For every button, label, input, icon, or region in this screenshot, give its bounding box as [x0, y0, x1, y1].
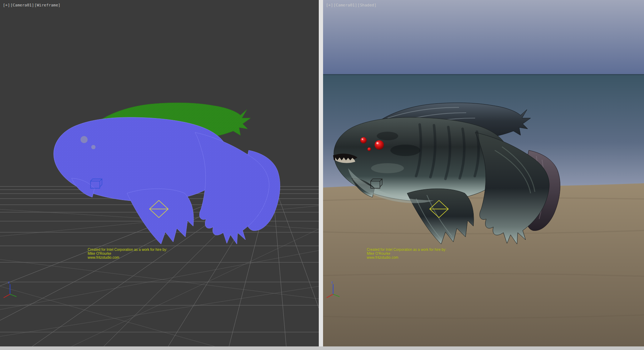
watermark-line1: Created for Intel Corporation as a work … — [367, 248, 446, 252]
viewport-menu-shading[interactable]: [Shaded] — [357, 3, 376, 8]
viewport-wireframe[interactable]: z [+][Camera01][Wireframe] Created for I… — [0, 0, 319, 346]
fish-eye-spot — [80, 136, 88, 143]
watermark-line1: Created for Intel Corporation as a work … — [88, 248, 167, 252]
viewport-menu-plus[interactable]: [+] — [3, 3, 10, 8]
shaded-canvas[interactable]: z — [323, 0, 644, 346]
application-window: z [+][Camera01][Wireframe] Created for I… — [0, 0, 644, 350]
axis-y-line — [10, 294, 16, 297]
watermark-line3: www.fritzstudio.com — [367, 256, 446, 259]
watermark-line2: Mike O'Rourke — [367, 252, 446, 256]
viewport-menu-camera[interactable]: [Camera01] — [333, 3, 357, 8]
watermark-text: Created for Intel Corporation as a work … — [88, 248, 167, 259]
watermark-text: Created for Intel Corporation as a work … — [367, 248, 446, 259]
viewport-label-left: [+][Camera01][Wireframe] — [3, 3, 61, 8]
viewport-splitter[interactable] — [319, 0, 323, 346]
viewport-shaded[interactable]: z [+][Camera01][Shaded] Created for Inte… — [323, 0, 644, 346]
eye-highlight — [376, 142, 379, 144]
viewport-label-right: [+][Camera01][Shaded] — [326, 3, 377, 8]
axis-z-label: z — [331, 281, 333, 284]
viewport-menu-camera[interactable]: [Camera01] — [10, 3, 34, 8]
wireframe-canvas[interactable]: z — [0, 0, 319, 346]
watermark-line3: www.fritzstudio.com — [88, 256, 167, 259]
eye-highlight — [362, 138, 363, 140]
viewport-menu-plus[interactable]: [+] — [326, 3, 333, 8]
world-axis-tripod: z — [4, 281, 16, 298]
horizon-line — [323, 74, 644, 75]
axis-x-line — [4, 294, 10, 298]
watermark-line2: Mike O'Rourke — [88, 252, 167, 256]
fish-model-wireframe[interactable] — [54, 103, 280, 244]
viewport-menu-shading[interactable]: [Wireframe] — [34, 3, 60, 8]
axis-z-label: z — [8, 281, 10, 284]
fish-eye-spot — [91, 145, 96, 149]
window-edge — [0, 346, 644, 350]
sky-upper — [323, 0, 644, 75]
